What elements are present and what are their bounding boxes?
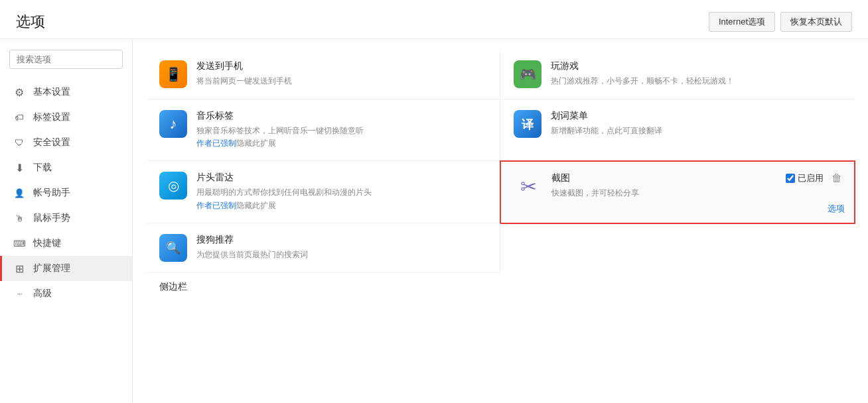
play-games-icon	[514, 60, 542, 88]
user-icon	[13, 187, 25, 199]
search-recommend-icon: 🔍	[159, 234, 187, 262]
ext-music-info: 音乐标签 独家音乐标签技术，上网听音乐一键切换随意听 作者已强制隐藏此扩展	[196, 110, 486, 150]
sidebar-label-extensions: 扩展管理	[33, 262, 70, 274]
ext-radar-desc: 用最聪明的方式帮你找到任何电视剧和动漫的片头 作者已强制隐藏此扩展	[196, 186, 486, 211]
ext-screenshot-desc: 快速截图，并可轻松分享	[551, 187, 781, 200]
radar-hide-link[interactable]: 作者已强制	[196, 201, 236, 210]
ext-translate-name: 划词菜单	[551, 110, 841, 122]
game-icon-glyph	[520, 66, 536, 83]
translate-icon-glyph	[522, 115, 534, 133]
dots-icon	[13, 288, 25, 300]
sidebar-item-advanced[interactable]: 高级	[0, 281, 132, 306]
ext-radar-name: 片头雷达	[196, 172, 486, 184]
ext-translate-desc: 新增翻译功能，点此可直接翻译	[551, 125, 841, 137]
ext-game-info: 玩游戏 热门游戏推荐，小号多开，顺畅不卡，轻松玩游戏！	[551, 60, 841, 87]
sidebar-label-account: 帐号助手	[33, 187, 70, 199]
options-link[interactable]: 选项	[828, 203, 845, 215]
ext-search-info: 搜狗推荐 为您提供当前页最热门的搜索词	[196, 234, 486, 261]
ext-music-tag: ♪ 音乐标签 独家音乐标签技术，上网听音乐一键切换随意听 作者已强制隐藏此扩展	[146, 99, 500, 161]
sidebar-item-shortcut[interactable]: 快捷键	[0, 231, 132, 256]
ext-play-games: 玩游戏 热门游戏推荐，小号多开，顺畅不卡，轻松玩游戏！	[500, 50, 855, 99]
ext-radar-info: 片头雷达 用最聪明的方式帮你找到任何电视剧和动漫的片头 作者已强制隐藏此扩展	[196, 172, 486, 211]
sidebar-label-shortcut: 快捷键	[33, 237, 61, 249]
scissors-icon: ✂	[520, 175, 537, 198]
ext-translate-info: 划词菜单 新增翻译功能，点此可直接翻译	[551, 110, 841, 137]
ext-game-desc: 热门游戏推荐，小号多开，顺畅不卡，轻松玩游戏！	[551, 75, 841, 87]
ext-screenshot-actions: 已启用 🗑	[786, 171, 845, 186]
ext-search-desc: 为您提供当前页最热门的搜索词	[196, 249, 486, 261]
sidebar-label-security: 安全设置	[33, 137, 70, 148]
delete-button[interactable]: 🗑	[829, 171, 845, 186]
ext-send-info: 发送到手机 将当前网页一键发送到手机	[196, 60, 486, 87]
enabled-label: 已启用	[798, 172, 824, 184]
sidebar-label-advanced: 高级	[33, 288, 52, 300]
sidebar-label-mouse: 鼠标手势	[33, 212, 70, 224]
ext-game-name: 玩游戏	[551, 60, 841, 72]
page-title: 选项	[16, 12, 45, 32]
ext-translate-menu: 划词菜单 新增翻译功能，点此可直接翻译	[500, 99, 855, 161]
sidebar-label-tab: 标签设置	[33, 111, 70, 123]
download-icon	[13, 162, 25, 174]
sidebar-item-download[interactable]: 下载	[0, 155, 132, 180]
sidebar-label-download: 下载	[33, 162, 52, 174]
sidebar-item-extensions[interactable]: 扩展管理	[0, 256, 132, 281]
sidebar-item-tab[interactable]: 标签设置	[0, 105, 132, 130]
sidebar-item-security[interactable]: 安全设置	[0, 130, 132, 155]
grid-icon	[13, 262, 25, 274]
sidebar-item-account[interactable]: 帐号助手	[0, 180, 132, 205]
ext-search-name: 搜狗推荐	[196, 234, 486, 246]
send-to-phone-icon	[159, 60, 187, 88]
ext-music-name: 音乐标签	[196, 110, 486, 122]
page-header: 选项 Internet选项 恢复本页默认	[0, 0, 868, 39]
tag-icon	[13, 111, 25, 123]
radar-icon: ◎	[159, 172, 187, 200]
ext-radar: ◎ 片头雷达 用最聪明的方式帮你找到任何电视剧和动漫的片头 作者已强制隐藏此扩展	[146, 161, 500, 223]
sidebar: 基本设置 标签设置 安全设置 下载 帐号助手 鼠标手势 快捷键 扩展管理	[0, 39, 133, 403]
send-icon-glyph	[165, 66, 182, 83]
ext-send-name: 发送到手机	[196, 60, 486, 72]
internet-options-button[interactable]: Internet选项	[709, 12, 775, 32]
enabled-checkbox-label[interactable]: 已启用	[786, 172, 824, 184]
header-buttons: Internet选项 恢复本页默认	[709, 12, 852, 32]
sidebar-label-basic: 基本设置	[33, 86, 70, 98]
restore-defaults-button[interactable]: 恢复本页默认	[780, 12, 852, 32]
translate-menu-icon	[514, 110, 542, 138]
ext-music-desc: 独家音乐标签技术，上网听音乐一键切换随意听 作者已强制隐藏此扩展	[196, 125, 486, 150]
music-hide-text: 隐藏此扩展	[236, 139, 276, 148]
section-title-sidebar: 侧边栏	[146, 273, 855, 296]
ext-screenshot-info: 截图 快速截图，并可轻松分享	[551, 172, 781, 200]
music-icon-glyph: ♪	[170, 115, 177, 133]
key-icon	[13, 237, 25, 249]
ext-screenshot-name: 截图	[551, 172, 781, 184]
radar-icon-glyph: ◎	[168, 178, 179, 194]
main-layout: 基本设置 标签设置 安全设置 下载 帐号助手 鼠标手势 快捷键 扩展管理	[0, 39, 868, 403]
gear-icon	[13, 86, 25, 98]
ext-send-to-phone: 发送到手机 将当前网页一键发送到手机	[146, 50, 500, 99]
ext-search-recommend: 🔍 搜狗推荐 为您提供当前页最热门的搜索词	[146, 223, 500, 273]
ext-send-desc: 将当前网页一键发送到手机	[196, 75, 486, 87]
search-input[interactable]	[9, 50, 123, 69]
sidebar-item-basic[interactable]: 基本设置	[0, 80, 132, 105]
ext-screenshot: ✂ 截图 快速截图，并可轻松分享 已启用 🗑 选项	[500, 160, 855, 223]
music-hide-link[interactable]: 作者已强制	[196, 139, 236, 148]
search-icon-glyph: 🔍	[166, 241, 181, 255]
mouse-icon	[13, 212, 25, 224]
search-box	[9, 50, 123, 69]
extension-grid: 发送到手机 将当前网页一键发送到手机 玩游戏 热门游戏推荐，小号多开，顺畅不卡，…	[146, 50, 855, 296]
enabled-checkbox[interactable]	[786, 174, 795, 183]
radar-hide-text: 隐藏此扩展	[236, 201, 276, 210]
shield-icon	[13, 137, 25, 148]
music-tag-icon: ♪	[159, 110, 187, 138]
sidebar-item-mouse[interactable]: 鼠标手势	[0, 205, 132, 231]
screenshot-icon: ✂	[514, 172, 542, 200]
content-area: 发送到手机 将当前网页一键发送到手机 玩游戏 热门游戏推荐，小号多开，顺畅不卡，…	[133, 39, 868, 403]
